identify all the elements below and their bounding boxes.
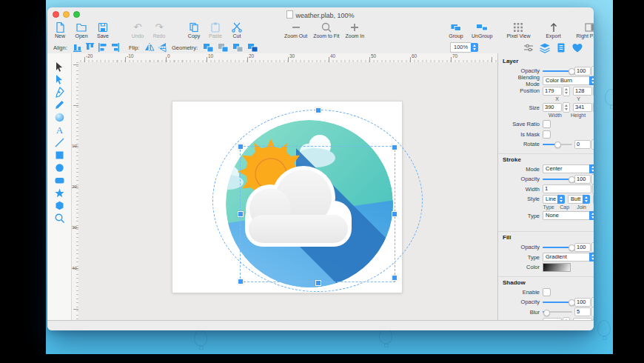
stepper-icon[interactable] xyxy=(563,86,570,96)
tool-pen[interactable] xyxy=(54,87,65,98)
pixel-view-button[interactable]: Pixel View xyxy=(506,21,530,39)
save-ratio-checkbox[interactable] xyxy=(543,120,551,128)
align-left-button[interactable] xyxy=(98,42,107,53)
stepper-icon[interactable] xyxy=(592,184,594,194)
stepper-icon[interactable] xyxy=(591,307,594,317)
stroke-style-join-select[interactable]: Mi... xyxy=(593,195,594,204)
layers-icon[interactable] xyxy=(539,42,551,53)
position-x-field[interactable]: 179 xyxy=(543,87,562,96)
ruler-label: 10 xyxy=(72,144,77,148)
tool-pencil[interactable] xyxy=(54,99,65,110)
stroke-style-cap-select[interactable]: Butt xyxy=(568,195,590,204)
tool-rounded-rectangle[interactable] xyxy=(54,175,65,186)
blending-mode-select[interactable]: Color Burn xyxy=(543,76,594,85)
selection-handle[interactable] xyxy=(392,211,398,217)
stroke-width-field[interactable]: 1 xyxy=(543,184,591,193)
stepper-icon[interactable] xyxy=(563,102,570,113)
layer-opacity-slider[interactable] xyxy=(543,68,572,74)
zoom-level-select[interactable]: 100% xyxy=(450,43,478,52)
redo-label: Redo xyxy=(153,33,166,39)
paste-button[interactable]: Paste xyxy=(207,21,224,39)
document-list-icon[interactable] xyxy=(555,42,567,53)
size-height-field[interactable]: 341 xyxy=(573,103,592,112)
selection-handle[interactable] xyxy=(392,144,398,150)
undo-button[interactable]: ↶Undo xyxy=(129,21,147,39)
stroke-style-type-select[interactable]: Line xyxy=(543,195,565,204)
stroke-opacity-slider[interactable] xyxy=(543,176,572,182)
export-button[interactable]: Export xyxy=(545,21,563,39)
fill-opacity-field[interactable]: 100 xyxy=(574,243,591,252)
titlebar[interactable]: weather.plab, 100% xyxy=(47,7,594,21)
right-panel-button[interactable]: Right Panel xyxy=(577,21,594,39)
fill-opacity-slider[interactable] xyxy=(543,244,572,250)
group-label: Group xyxy=(449,33,463,39)
copy-button[interactable]: Copy xyxy=(185,21,203,39)
zoom-out-button[interactable]: Zoom Out xyxy=(284,21,307,39)
heart-icon[interactable] xyxy=(571,42,583,53)
tool-line[interactable] xyxy=(54,137,65,148)
selection-handle[interactable] xyxy=(238,211,244,217)
shadow-blur-field[interactable]: 5 xyxy=(574,307,591,316)
tool-palette: A xyxy=(47,53,72,321)
open-button[interactable]: Open xyxy=(73,21,90,39)
stroke-type-select[interactable]: None xyxy=(543,211,594,220)
cut-button[interactable]: Cut xyxy=(228,21,246,39)
align-bottom-button[interactable] xyxy=(73,42,82,53)
sliders-icon[interactable] xyxy=(523,42,534,53)
shadow-blur-slider[interactable] xyxy=(543,309,572,315)
stroke-mode-select[interactable]: Center xyxy=(543,164,594,173)
stepper-icon[interactable] xyxy=(593,102,594,113)
layer-opacity-field[interactable]: 100 xyxy=(574,67,591,76)
position-y-field[interactable]: 128 xyxy=(573,87,592,96)
new-button[interactable]: New xyxy=(51,21,69,39)
tool-ellipse[interactable] xyxy=(54,162,65,173)
stepper-icon[interactable] xyxy=(591,174,594,184)
canvas[interactable] xyxy=(78,62,497,321)
stepper-icon[interactable] xyxy=(591,66,594,76)
stepper-icon[interactable] xyxy=(591,242,594,253)
tool-zoom[interactable] xyxy=(54,213,65,224)
rotate-slider[interactable] xyxy=(543,141,572,147)
geometry-subtract-button[interactable] xyxy=(218,43,229,53)
align-right-button[interactable] xyxy=(110,42,120,53)
geometry-intersect-button[interactable] xyxy=(232,43,244,53)
fill-color-swatch[interactable] xyxy=(543,263,571,272)
copy-icon xyxy=(188,21,200,33)
selection-handle[interactable] xyxy=(238,279,244,284)
shadow-opacity-slider[interactable] xyxy=(543,299,572,305)
geometry-union-button[interactable] xyxy=(203,43,214,53)
size-label: Size xyxy=(503,104,543,111)
save-button[interactable]: Save xyxy=(94,21,112,39)
stroke-opacity-field[interactable]: 100 xyxy=(574,175,591,184)
fill-type-select[interactable]: Gradient xyxy=(543,253,594,262)
zoom-to-fit-button[interactable]: Zoom to Fit xyxy=(313,21,339,39)
tool-star[interactable] xyxy=(54,187,65,199)
flip-horizontal-button[interactable] xyxy=(144,42,155,53)
tool-text[interactable]: A xyxy=(54,124,65,136)
is-mask-checkbox[interactable] xyxy=(543,130,551,139)
zoom-in-button[interactable]: Zoom In xyxy=(346,21,365,39)
stepper-icon[interactable] xyxy=(591,139,594,150)
redo-button[interactable]: ↷Redo xyxy=(150,21,168,39)
rotate-field[interactable]: 0 xyxy=(574,140,591,149)
size-width-field[interactable]: 390 xyxy=(543,103,562,112)
selection-handle[interactable] xyxy=(392,275,398,281)
export-label: Export xyxy=(546,33,560,39)
shadow-opacity-field[interactable]: 100 xyxy=(574,298,591,307)
selection-handle[interactable] xyxy=(238,144,244,150)
tool-direct-selection[interactable] xyxy=(54,74,65,85)
stepper-icon[interactable] xyxy=(593,86,594,96)
tool-rectangle[interactable] xyxy=(54,150,65,161)
selection-handle[interactable] xyxy=(315,280,321,286)
selection-handle[interactable] xyxy=(315,107,321,113)
flip-vertical-button[interactable] xyxy=(158,42,168,53)
align-top-button[interactable] xyxy=(85,42,95,53)
stepper-icon[interactable] xyxy=(591,297,594,307)
ungroup-button[interactable]: UnGroup xyxy=(472,21,492,39)
group-button[interactable]: Group xyxy=(447,21,465,39)
tool-selection[interactable] xyxy=(54,61,65,73)
tool-gradient[interactable] xyxy=(54,112,65,123)
geometry-exclude-button[interactable] xyxy=(247,43,258,53)
shadow-enable-checkbox[interactable] xyxy=(543,288,551,296)
tool-polygon[interactable] xyxy=(54,200,65,211)
